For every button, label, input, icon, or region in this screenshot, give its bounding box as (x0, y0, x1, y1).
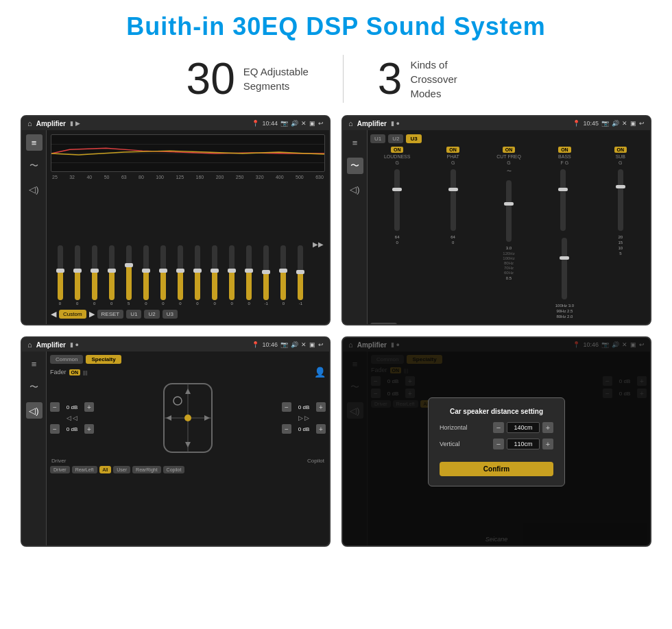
page-title: Buith-in 30EQ DSP Sound System (0, 0, 672, 48)
bass-on[interactable]: ON (558, 147, 571, 153)
loudness-on[interactable]: ON (391, 147, 404, 153)
app-name-spec: Amplifier (36, 341, 66, 349)
close-icon-cross: ✕ (622, 120, 627, 127)
eq-slider-10[interactable]: 0 (207, 245, 223, 306)
bass-fg: F G (561, 160, 569, 165)
rearleft-btn[interactable]: RearLeft (72, 466, 97, 473)
eq-slider-15[interactable]: -1 (293, 245, 309, 306)
svg-marker-11 (204, 415, 210, 421)
db-plus-fr[interactable]: + (316, 402, 326, 412)
close-icon-spec: ✕ (301, 341, 307, 348)
db-val-rl: 0 dB (62, 426, 82, 432)
eq-slider-13[interactable]: -1 (259, 245, 274, 306)
db-plus-rl[interactable]: + (84, 424, 94, 434)
db-plus-rr[interactable]: + (316, 424, 326, 434)
eq-screen-content: ≡ 〜 ◁) (22, 130, 329, 324)
eq-slider-1[interactable]: 0 (52, 245, 68, 306)
eq-slider-2[interactable]: 0 (69, 245, 85, 306)
db-minus-fl[interactable]: − (50, 402, 60, 412)
spec-sidebar-wave[interactable]: 〜 (26, 379, 43, 395)
eq-slider-6[interactable]: 0 (138, 245, 154, 306)
db-row-top-right: − 0 dB + (282, 402, 326, 412)
db-plus-fl[interactable]: + (84, 402, 94, 412)
back-icon-cross[interactable]: ↩ (639, 120, 645, 127)
eq-slider-3[interactable]: 0 (86, 245, 102, 306)
cutfreq-on[interactable]: ON (503, 147, 516, 153)
fader-on-badge[interactable]: ON (69, 369, 81, 375)
fader-dots: ||| (83, 369, 87, 375)
copilot-btn[interactable]: Copilot (163, 466, 185, 473)
eq-u3-btn[interactable]: U3 (163, 310, 178, 319)
all-btn[interactable]: All (99, 466, 112, 473)
eq-sidebar-wave[interactable]: 〜 (26, 158, 43, 174)
vertical-minus-btn[interactable]: − (493, 439, 504, 449)
eq-sidebar: ≡ 〜 ◁) (22, 130, 47, 324)
back-icon-eq[interactable]: ↩ (318, 120, 324, 127)
driver-btn[interactable]: Driver (50, 466, 70, 473)
preset-u2-btn[interactable]: U2 (388, 134, 403, 143)
eq-slider-4[interactable]: 0 (104, 245, 119, 306)
status-bar-cross: ⌂ Amplifier ▮ ● 📍 10:45 📷 🔊 ✕ ▣ ↩ (343, 116, 650, 130)
home-icon-cross[interactable]: ⌂ (348, 119, 353, 127)
eq-slider-7[interactable]: 0 (155, 245, 171, 306)
camera-icon-spec: 📷 (280, 341, 288, 348)
horizontal-minus-btn[interactable]: − (493, 422, 504, 433)
cross-sidebar: ≡ 〜 ◁) (343, 130, 368, 324)
confirm-button[interactable]: Confirm (440, 462, 553, 476)
eq-slider-8[interactable]: 0 (172, 245, 188, 306)
vertical-plus-btn[interactable]: + (542, 439, 553, 449)
eq-slider-5[interactable]: 5 (121, 245, 136, 306)
cross-reset-btn[interactable]: RESET (370, 323, 397, 324)
db-minus-fr[interactable]: − (282, 402, 291, 412)
phat-slider[interactable] (451, 169, 456, 231)
eq-u1-btn[interactable]: U1 (126, 310, 141, 319)
bass-slider-f[interactable] (560, 169, 566, 231)
crossover-number: 3 (378, 57, 403, 101)
eq-reset-btn[interactable]: RESET (97, 310, 124, 319)
cutfreq-slider[interactable] (506, 180, 512, 242)
cross-sidebar-wave[interactable]: 〜 (347, 158, 363, 174)
user-btn[interactable]: User (113, 466, 130, 473)
svg-marker-10 (166, 415, 171, 421)
eq-freq-labels: 2532405063 80100125160200 25032040050063… (51, 175, 325, 180)
dialog-row-vertical: Vertical − 110cm + (440, 439, 553, 449)
eq-custom-btn[interactable]: Custom (59, 310, 86, 319)
eq-slider-12[interactable]: 0 (241, 245, 257, 306)
eq-graph (51, 134, 325, 172)
profile-icon: 👤 (314, 367, 326, 378)
back-icon-spec[interactable]: ↩ (318, 341, 324, 348)
loudness-slider[interactable] (394, 169, 400, 231)
eq-slider-11[interactable]: 0 (224, 245, 240, 306)
home-icon-eq[interactable]: ⌂ (27, 119, 32, 127)
eq-slider-9[interactable]: 0 (190, 245, 206, 306)
spec-sidebar-eq[interactable]: ≡ (26, 356, 43, 372)
sub-slider[interactable] (618, 169, 623, 231)
horizontal-plus-btn[interactable]: + (542, 422, 553, 433)
eq-play-btn[interactable]: ▶ (89, 310, 95, 319)
sub-on[interactable]: ON (614, 147, 627, 153)
app-name-cross: Amplifier (357, 120, 387, 127)
dialog-row-horizontal: Horizontal − 140cm + (440, 422, 553, 433)
db-val-fl: 0 dB (62, 404, 82, 410)
eq-slider-14[interactable]: 0 (276, 245, 291, 306)
screen-dialog: ⌂ Amplifier ▮ ● 📍 10:46 📷 🔊 ✕ ▣ ↩ ≡ 〜 ◁) (341, 336, 651, 547)
preset-u1-btn[interactable]: U1 (370, 134, 385, 143)
eq-sidebar-equalizer[interactable]: ≡ (26, 134, 43, 151)
eq-prev-btn[interactable]: ◀ (51, 310, 56, 319)
play-icons-eq: ▮ ▶ (70, 120, 80, 127)
rearright-btn[interactable]: RearRight (132, 466, 161, 473)
cross-sidebar-speaker[interactable]: ◁) (347, 181, 363, 197)
db-minus-rr[interactable]: − (282, 424, 291, 434)
common-tab[interactable]: Common (50, 355, 83, 364)
specialty-tab[interactable]: Specialty (86, 355, 121, 364)
eq-scroll-arrows[interactable]: ▶▶ (311, 182, 325, 306)
cross-sidebar-eq[interactable]: ≡ (347, 134, 363, 151)
eq-sidebar-speaker[interactable]: ◁) (26, 181, 43, 197)
bass-slider-g[interactable] (562, 238, 567, 299)
home-icon-spec[interactable]: ⌂ (27, 341, 32, 349)
db-minus-rl[interactable]: − (50, 424, 60, 434)
preset-u3-btn[interactable]: U3 (406, 134, 421, 143)
spec-sidebar-speaker[interactable]: ◁) (26, 402, 43, 419)
phat-on[interactable]: ON (446, 147, 459, 153)
eq-u2-btn[interactable]: U2 (144, 310, 159, 319)
